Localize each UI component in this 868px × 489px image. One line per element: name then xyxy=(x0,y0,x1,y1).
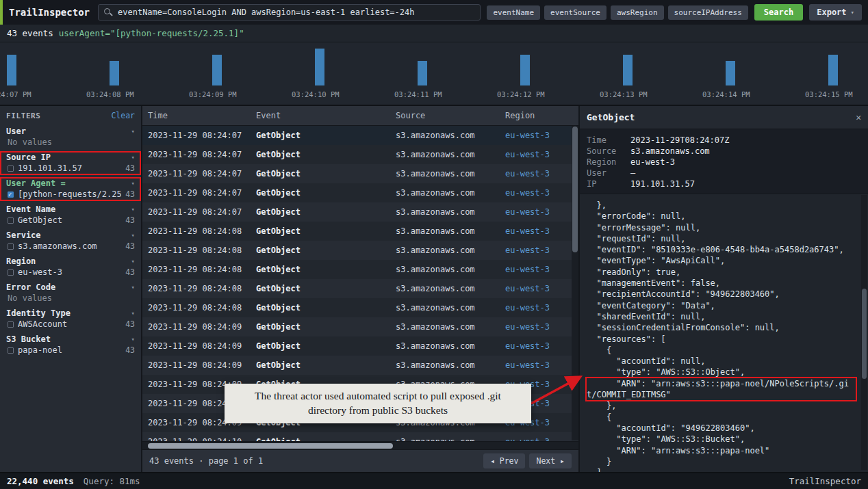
field-chip-awsregion[interactable]: awsRegion xyxy=(611,5,664,20)
filter-group-header[interactable]: Source IP▾ xyxy=(0,152,141,163)
cell-event: GetObject xyxy=(256,303,396,313)
chevron-down-icon[interactable]: ▾ xyxy=(131,128,135,135)
filter-group-user-agent: User Agent =▾[python-requests/2.25…43 xyxy=(0,177,141,201)
filter-value-row[interactable]: [python-requests/2.25…43 xyxy=(0,189,141,200)
table-row[interactable]: 2023-11-29 08:24:08GetObjects3.amazonaws… xyxy=(142,260,578,279)
region-link[interactable]: eu-west-3 xyxy=(505,169,578,179)
cell-source: s3.amazonaws.com xyxy=(396,265,505,274)
cell-source: s3.amazonaws.com xyxy=(396,284,505,293)
app-window: TrailInspector eventName=ConsoleLogin AN… xyxy=(0,0,868,489)
region-link[interactable]: eu-west-3 xyxy=(505,150,578,159)
chevron-down-icon[interactable]: ▾ xyxy=(131,180,135,187)
region-link[interactable]: eu-west-3 xyxy=(505,265,578,274)
chevron-down-icon[interactable]: ▾ xyxy=(131,154,135,161)
column-header-source[interactable]: Source xyxy=(396,111,505,120)
search-button[interactable]: Search xyxy=(754,4,803,21)
filter-group-header[interactable]: User▾ xyxy=(0,126,141,137)
chevron-down-icon[interactable]: ▾ xyxy=(131,206,135,213)
filter-value-row[interactable]: 191.101.31.5743 xyxy=(0,163,141,174)
filter-value-row[interactable]: GetObject43 xyxy=(0,215,141,226)
cell-time: 2023-11-29 08:24:09 xyxy=(148,322,256,332)
filter-checkbox[interactable] xyxy=(8,269,14,276)
field-chip-sourceipaddress[interactable]: sourceIPAddress xyxy=(668,5,748,20)
column-header-region[interactable]: Region xyxy=(505,111,578,120)
field-chip-eventname[interactable]: eventName xyxy=(487,5,540,20)
region-link[interactable]: eu-west-3 xyxy=(505,341,578,351)
json-line: "eventID": "8510333e-e806-4548-bb4a-a545… xyxy=(587,244,856,255)
column-header-time[interactable]: Time xyxy=(148,111,256,120)
search-bar[interactable]: eventName=ConsoleLogin AND awsRegion=us-… xyxy=(98,4,481,21)
table-row[interactable]: 2023-11-29 08:24:07GetObjects3.amazonaws… xyxy=(142,126,578,145)
event-json-view[interactable]: }, "errorCode": null, "errorMessage": nu… xyxy=(580,194,868,472)
filter-group-header[interactable]: Service▾ xyxy=(0,230,141,241)
table-row[interactable]: 2023-11-29 08:24:07GetObjects3.amazonaws… xyxy=(142,183,578,202)
table-row[interactable]: 2023-11-29 08:24:08GetObjects3.amazonaws… xyxy=(142,241,578,260)
export-button[interactable]: Export ▾ xyxy=(809,4,862,21)
region-link[interactable]: eu-west-3 xyxy=(505,246,578,255)
filter-checkbox[interactable] xyxy=(8,166,14,172)
filter-value-row[interactable]: papa-noel43 xyxy=(0,345,141,356)
close-icon[interactable]: ✕ xyxy=(856,112,861,122)
field-chip-eventsource[interactable]: eventSource xyxy=(544,5,607,20)
filter-value-row[interactable]: AWSAccount43 xyxy=(0,319,141,330)
table-row[interactable]: 2023-11-29 08:24:08GetObjects3.amazonaws… xyxy=(142,298,578,317)
filter-group-header[interactable]: Error Code▾ xyxy=(0,282,141,293)
table-row[interactable]: 2023-11-29 08:24:07GetObjects3.amazonaws… xyxy=(142,145,578,164)
filter-checkbox[interactable] xyxy=(8,191,14,198)
cell-source: s3.amazonaws.com xyxy=(396,341,505,351)
timeline-tick-label: 03:24:09 PM xyxy=(189,90,237,98)
table-row[interactable]: 2023-11-29 08:24:09GetObjects3.amazonaws… xyxy=(142,356,578,375)
filter-group-name: Identity Type xyxy=(6,308,71,318)
filter-group-header[interactable]: Event Name▾ xyxy=(0,204,141,215)
filter-group-header[interactable]: S3 Bucket▾ xyxy=(0,334,141,345)
filter-group-name: Event Name xyxy=(6,204,55,214)
region-link[interactable]: eu-west-3 xyxy=(505,131,578,140)
filter-checkbox[interactable] xyxy=(8,217,14,224)
table-horizontal-scrollbar[interactable] xyxy=(142,441,578,449)
table-row[interactable]: 2023-11-29 08:24:07GetObjects3.amazonaws… xyxy=(142,164,578,183)
table-row[interactable]: 2023-11-29 08:24:08GetObjects3.amazonaws… xyxy=(142,279,578,298)
filter-checkbox[interactable] xyxy=(8,347,14,354)
detail-scroll-thumb[interactable] xyxy=(862,289,867,379)
region-link[interactable]: eu-west-3 xyxy=(505,188,578,198)
detail-scrollbar[interactable] xyxy=(861,195,867,470)
json-line: ] xyxy=(587,467,856,472)
filter-group-header[interactable]: Region▾ xyxy=(0,256,141,267)
vertical-scroll-thumb[interactable] xyxy=(572,127,578,252)
chevron-down-icon[interactable]: ▾ xyxy=(131,284,135,291)
app-logo: TrailInspector xyxy=(9,7,90,18)
clear-filters-link[interactable]: Clear xyxy=(111,111,135,120)
column-header-event[interactable]: Event xyxy=(256,111,396,120)
region-link[interactable]: eu-west-3 xyxy=(505,207,578,217)
filter-group-header[interactable]: Identity Type▾ xyxy=(0,308,141,319)
region-link[interactable]: eu-west-3 xyxy=(505,360,578,370)
region-link[interactable]: eu-west-3 xyxy=(505,322,578,332)
chevron-down-icon[interactable]: ▾ xyxy=(131,232,135,239)
chevron-down-icon: ▾ xyxy=(851,9,854,16)
horizontal-scroll-thumb[interactable] xyxy=(148,443,393,449)
region-link[interactable]: eu-west-3 xyxy=(505,226,578,236)
table-vertical-scrollbar[interactable] xyxy=(572,126,578,440)
filter-checkbox[interactable] xyxy=(8,321,14,328)
detail-field-key: IP xyxy=(587,179,630,189)
region-link[interactable]: eu-west-3 xyxy=(505,303,578,313)
filter-group-event-name: Event Name▾GetObject43 xyxy=(0,203,141,227)
next-page-button[interactable]: Next ▸ xyxy=(529,453,572,468)
table-row[interactable]: 2023-11-29 08:24:08GetObjects3.amazonaws… xyxy=(142,222,578,241)
json-line: }, xyxy=(587,400,856,411)
json-line: "resources": [ xyxy=(587,334,856,345)
filter-group-header[interactable]: User Agent =▾ xyxy=(0,178,141,189)
search-query-input[interactable]: eventName=ConsoleLogin AND awsRegion=us-… xyxy=(118,8,414,17)
table-row[interactable]: 2023-11-29 08:24:09GetObjects3.amazonaws… xyxy=(142,317,578,336)
filter-value-row[interactable]: s3.amazonaws.com43 xyxy=(0,241,141,252)
table-row[interactable]: 2023-11-29 08:24:07GetObjects3.amazonaws… xyxy=(142,202,578,222)
filter-value-row[interactable]: eu-west-343 xyxy=(0,267,141,278)
table-row[interactable]: 2023-11-29 08:24:09GetObjects3.amazonaws… xyxy=(142,336,578,356)
filter-checkbox[interactable] xyxy=(8,243,14,250)
region-link[interactable]: eu-west-3 xyxy=(505,284,578,293)
table-row[interactable]: 2023-11-29 08:24:10GetObjects3.amazonaws… xyxy=(142,432,578,441)
chevron-down-icon[interactable]: ▾ xyxy=(131,258,135,265)
prev-page-button[interactable]: ◂ Prev xyxy=(483,453,526,468)
chevron-down-icon[interactable]: ▾ xyxy=(131,310,135,317)
chevron-down-icon[interactable]: ▾ xyxy=(131,336,135,343)
